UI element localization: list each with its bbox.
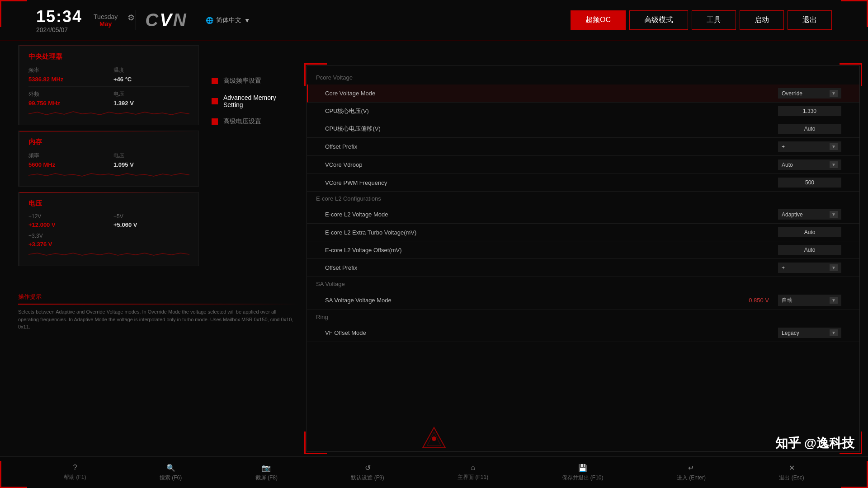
voltage-card-grid2: +3.3V +3.376 V <box>28 233 189 248</box>
cpu-card: 中央处理器 频率 温度 5386.82 MHz +46 °C 外频 电压 99.… <box>18 45 199 125</box>
pcore-section-header: Pcore Voltage <box>307 70 859 84</box>
setting-name-ecore-l2-offset: E-core L2 Voltage Offset(mV) <box>325 247 778 253</box>
setting-name-offset-prefix-2: Offset Prefix <box>325 264 778 271</box>
bottom-btn-main[interactable]: ⌂ 主界面 (F11) <box>458 464 488 481</box>
setting-name-offset-prefix-1: Offset Prefix <box>325 143 778 150</box>
nav-item-memory[interactable]: Advanced Memory Setting <box>208 89 298 113</box>
setting-row-vf-offset-mode[interactable]: VF Offset Mode Legacy ▼ <box>307 324 859 342</box>
setting-name-core-voltage-mode: Core Voltage Mode <box>325 90 778 97</box>
setting-control-ecore-l2-offset: Auto <box>778 245 850 255</box>
setting-row-vcore-vdroop[interactable]: VCore Vdroop Auto ▼ <box>307 156 859 174</box>
day-name: Tuesday <box>94 13 118 20</box>
logo-text: CVN <box>145 10 187 30</box>
bottom-btn-help[interactable]: ? 帮助 (F1) <box>64 464 86 481</box>
cpu-card-divider <box>28 86 189 87</box>
dropdown-offset-prefix-1[interactable]: + ▼ <box>778 141 841 152</box>
voltage-card: 电压 +12V +5V +12.000 V +5.060 V +3.3V +3.… <box>18 192 199 266</box>
bottom-btn-enter[interactable]: ↵ 进入 (Enter) <box>677 464 706 482</box>
value-cpu-core-offset: Auto <box>778 124 841 134</box>
setting-row-offset-prefix-1[interactable]: Offset Prefix + ▼ <box>307 138 859 156</box>
corner-decoration-tl <box>0 0 27 27</box>
setting-control-vcore-vdroop[interactable]: Auto ▼ <box>778 160 850 170</box>
esc-icon: ✕ <box>789 464 795 472</box>
setting-row-vcore-pwm[interactable]: VCore PWM Frequency 500 <box>307 174 859 192</box>
reset-icon: ↺ <box>365 464 371 472</box>
logo: CVN <box>136 10 187 30</box>
nav-btn-boot[interactable]: 启动 <box>740 10 784 30</box>
cpu-card-grid: 频率 温度 5386.82 MHz +46 °C <box>28 66 189 83</box>
corner-decoration-bl <box>0 461 27 488</box>
globe-icon: 🌐 <box>206 17 213 24</box>
dropdown-arrow-icon: ▼ <box>244 17 250 24</box>
cpu-card-title: 中央处理器 <box>28 52 189 61</box>
month-name: May <box>99 20 112 28</box>
setting-row-ecore-l2-offset[interactable]: E-core L2 Voltage Offset(mV) Auto <box>307 241 859 259</box>
value-ecore-l2-turbo: Auto <box>778 227 841 237</box>
dropdown-arrow-icon4: ▼ <box>830 211 838 218</box>
setting-control-cpu-core-offset: Auto <box>778 124 850 134</box>
setting-control-vf-offset-mode[interactable]: Legacy ▼ <box>778 328 850 338</box>
ecore-section-header: E-core L2 Configurations <box>307 192 859 206</box>
setting-control-ecore-l2-turbo: Auto <box>778 227 850 237</box>
voltage-card-title: 电压 <box>28 199 189 208</box>
nav-btn-tools[interactable]: 工具 <box>692 10 736 30</box>
nav-buttons: 超频OC 高级模式 工具 启动 退出 <box>571 10 832 30</box>
gear-icon: ⚙ <box>127 13 135 23</box>
cpu-wave <box>28 109 189 118</box>
setting-control-offset-prefix-2[interactable]: + ▼ <box>778 263 850 273</box>
clock-section: ⚙ 15:34 2024/05/07 Tuesday May CVN <box>36 7 188 33</box>
sa-section-header: SA Voltage <box>307 277 859 291</box>
setting-row-ecore-l2-mode[interactable]: E-core L2 Voltage Mode Adaptive ▼ <box>307 206 859 224</box>
dropdown-offset-prefix-2[interactable]: + ▼ <box>778 263 841 273</box>
nav-item-voltage[interactable]: 高级电压设置 <box>208 113 298 130</box>
setting-row-ecore-l2-turbo[interactable]: E-core L2 Extra Turbo Voltage(mV) Auto <box>307 224 859 241</box>
bottom-bar: ? 帮助 (F1) 🔍 搜索 (F6) 📷 截屏 (F8) ↺ 默认设置 (F9… <box>0 456 868 488</box>
setting-control-core-voltage-mode[interactable]: Override ▼ <box>778 88 850 99</box>
corner-decoration-tr <box>841 0 868 27</box>
setting-row-core-voltage-mode[interactable]: Core Voltage Mode Override ▼ <box>307 84 859 103</box>
nav-item-freq[interactable]: 高级频率设置 <box>208 72 298 89</box>
dropdown-ecore-l2-mode[interactable]: Adaptive ▼ <box>778 209 841 220</box>
camera-icon: 📷 <box>262 464 271 472</box>
cpu-extfreq-value: 99.756 MHz <box>28 100 104 107</box>
setting-row-cpu-core-offset[interactable]: CPU核心电压偏移(V) Auto <box>307 120 859 138</box>
setting-name-vcore-pwm: VCore PWM Frequency <box>325 179 778 186</box>
settings-panel: Pcore Voltage Core Voltage Mode Override… <box>307 66 860 452</box>
bottom-btn-save-exit[interactable]: 💾 保存并退出 (F10) <box>562 464 604 482</box>
setting-control-ecore-l2-mode[interactable]: Adaptive ▼ <box>778 209 850 220</box>
dropdown-vf-offset-mode[interactable]: Legacy ▼ <box>778 328 841 338</box>
bottom-btn-help-label: 帮助 (F1) <box>64 474 86 481</box>
setting-control-offset-prefix-1[interactable]: + ▼ <box>778 141 850 152</box>
dropdown-core-voltage-mode[interactable]: Override ▼ <box>778 88 841 99</box>
setting-row-sa-voltage-mode[interactable]: SA Voltage Voltage Mode 0.850 V 自动 ▼ <box>307 291 859 310</box>
dropdown-vcore-vdroop[interactable]: Auto ▼ <box>778 160 841 170</box>
time-value: 15:34 <box>36 7 82 26</box>
mem-voltage-label: 电压 <box>113 152 189 160</box>
bottom-btn-screenshot[interactable]: 📷 截屏 (F8) <box>255 464 278 482</box>
nav-btn-oc[interactable]: 超频OC <box>571 10 626 30</box>
main-panel-wrapper: Pcore Voltage Core Voltage Mode Override… <box>307 66 860 452</box>
setting-row-offset-prefix-2[interactable]: Offset Prefix + ▼ <box>307 259 859 277</box>
time-display: 15:34 2024/05/07 <box>36 7 82 33</box>
bottom-btn-search[interactable]: 🔍 搜索 (F6) <box>160 464 182 482</box>
settings-scroll[interactable]: Pcore Voltage Core Voltage Mode Override… <box>307 66 859 451</box>
mem-freq-value: 5600 MHz <box>28 161 104 168</box>
setting-row-cpu-core-voltage[interactable]: CPU核心电压(V) 1.330 <box>307 103 859 120</box>
setting-name-vcore-vdroop: VCore Vdroop <box>325 161 778 168</box>
triangle-decoration <box>420 425 448 454</box>
language-selector[interactable]: 🌐 简体中文 ▼ <box>206 16 250 24</box>
bottom-btn-default[interactable]: ↺ 默认设置 (F9) <box>351 464 384 482</box>
nav-btn-advanced[interactable]: 高级模式 <box>629 10 688 30</box>
left-panel: 中央处理器 频率 温度 5386.82 MHz +46 °C 外频 电压 99.… <box>18 45 199 272</box>
bottom-btn-esc[interactable]: ✕ 退出 (Esc) <box>779 464 804 482</box>
setting-name-ecore-l2-mode: E-core L2 Voltage Mode <box>325 211 778 218</box>
mem-freq-label: 频率 <box>28 152 104 160</box>
setting-control-sa-voltage-mode[interactable]: 自动 ▼ <box>778 295 850 306</box>
bottom-btn-save-exit-label: 保存并退出 (F10) <box>562 474 604 482</box>
mem-wave <box>28 170 189 179</box>
setting-control-vcore-pwm: 500 <box>778 178 850 188</box>
nav-label-freq: 高级频率设置 <box>223 77 261 85</box>
dropdown-sa-voltage-mode[interactable]: 自动 ▼ <box>778 295 841 306</box>
nav-btn-exit[interactable]: 退出 <box>788 10 832 30</box>
memory-card-title: 内存 <box>28 138 189 146</box>
